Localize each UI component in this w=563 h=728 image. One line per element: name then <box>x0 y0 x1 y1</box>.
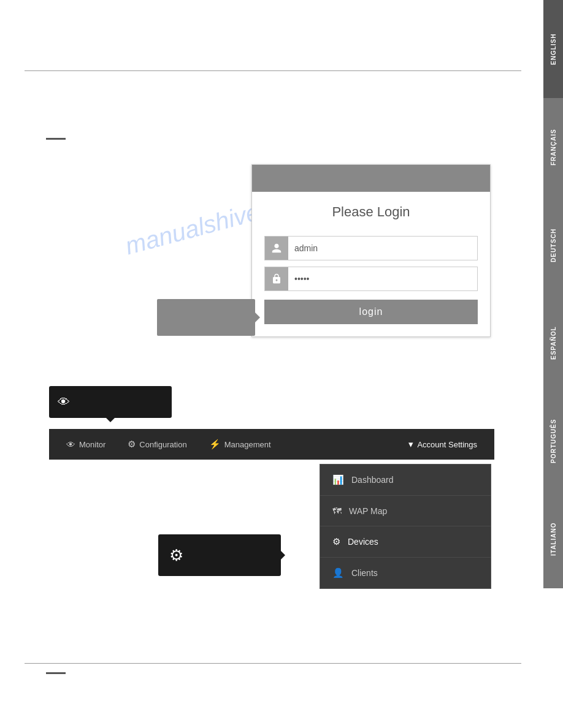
dashboard-label: Dashboard <box>351 475 394 485</box>
bottom-section-mark <box>46 672 66 674</box>
monitor-eye-icon: 👁 <box>58 395 70 409</box>
login-button-wrap: login <box>264 300 478 324</box>
lang-tab-portugues[interactable]: PORTUGUÊS <box>543 392 563 490</box>
monitor-tooltip: 👁 <box>49 386 172 418</box>
wap-map-label: WAP Map <box>349 506 387 516</box>
login-header-bar <box>252 165 490 192</box>
password-field-container <box>264 267 478 291</box>
top-divider <box>25 70 521 71</box>
nav-account-settings-label: Account Settings <box>417 440 477 449</box>
gear-tooltip-callout: ⚙ <box>158 534 281 576</box>
login-container: Please Login login <box>251 164 491 337</box>
nav-monitor[interactable]: 👁 Monitor <box>55 429 117 460</box>
lang-tab-francais[interactable]: FRANÇAIS <box>543 98 563 196</box>
password-input[interactable] <box>288 269 477 289</box>
lang-tab-italiano[interactable]: ITALIANO <box>543 490 563 588</box>
login-tooltip-callout <box>157 299 255 336</box>
login-title: Please Login <box>252 192 490 230</box>
dropdown-dashboard[interactable]: 📊 Dashboard <box>320 464 491 496</box>
devices-icon: ⚙ <box>332 536 340 547</box>
nav-management[interactable]: ⚡ Management <box>198 429 282 460</box>
monitor-dropdown-menu: 📊 Dashboard 🗺 WAP Map ⚙ Devices 👤 Client… <box>320 464 491 589</box>
nav-management-label: Management <box>224 440 271 449</box>
password-icon <box>265 267 288 290</box>
dropdown-wap-map[interactable]: 🗺 WAP Map <box>320 496 491 526</box>
login-button[interactable]: login <box>264 300 478 324</box>
lang-tab-espanol[interactable]: ESPAÑOL <box>543 294 563 392</box>
devices-label: Devices <box>348 537 378 547</box>
user-icon <box>265 237 288 260</box>
wap-map-icon: 🗺 <box>332 506 342 516</box>
lang-tab-deutsch[interactable]: DEUTSCH <box>543 196 563 294</box>
nav-configuration-label: Configuration <box>139 440 186 449</box>
nav-configuration[interactable]: ⚙ Configuration <box>117 429 197 460</box>
gear-tooltip-icon: ⚙ <box>169 546 183 565</box>
lang-tab-english[interactable]: ENGLISH <box>543 0 563 98</box>
dashboard-icon: 📊 <box>332 474 344 485</box>
bottom-divider <box>25 663 521 664</box>
navigation-bar: 👁 Monitor ⚙ Configuration ⚡ Management ▾… <box>49 429 494 460</box>
language-sidebar: ENGLISH FRANÇAIS DEUTSCH ESPAÑOL PORTUGU… <box>543 0 563 728</box>
username-field-container <box>264 236 478 260</box>
configuration-nav-icon: ⚙ <box>128 439 136 450</box>
monitor-nav-icon: 👁 <box>66 439 75 450</box>
dropdown-devices[interactable]: ⚙ Devices <box>320 526 491 558</box>
clients-icon: 👤 <box>332 567 344 578</box>
account-settings-chevron-icon: ▾ <box>408 439 413 450</box>
nav-monitor-label: Monitor <box>79 440 105 449</box>
main-content: manualshive.com Please Login login <box>0 0 543 728</box>
clients-label: Clients <box>351 568 378 578</box>
username-input[interactable] <box>288 238 477 258</box>
nav-account-settings[interactable]: ▾ Account Settings <box>397 429 488 460</box>
management-nav-icon: ⚡ <box>209 439 221 450</box>
dropdown-clients[interactable]: 👤 Clients <box>320 558 491 588</box>
top-section-mark <box>46 138 66 140</box>
